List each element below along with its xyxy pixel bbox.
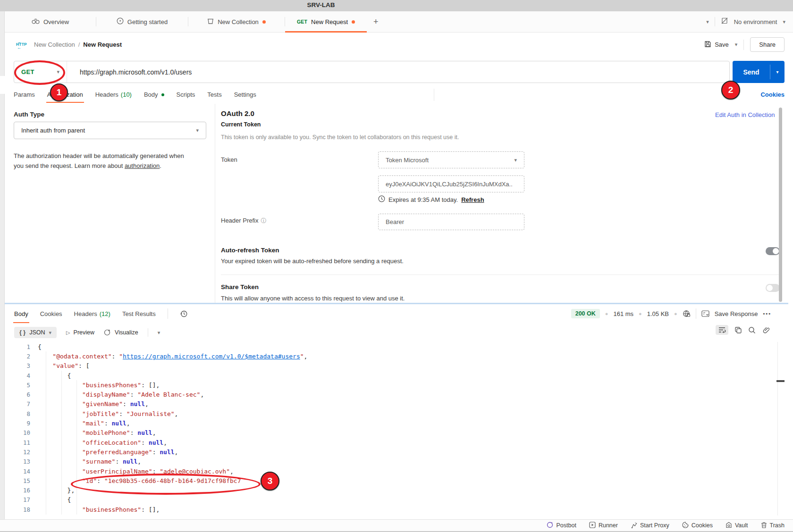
line-number: 18 xyxy=(5,506,38,513)
divider xyxy=(221,274,782,275)
tab-scripts[interactable]: Scripts xyxy=(177,85,195,104)
headers-count: (12) xyxy=(100,310,110,317)
token-expiry-row: Expires at 9:35 AM today. Refresh xyxy=(378,195,484,204)
format-selector[interactable]: { } JSON ▾ xyxy=(14,327,57,338)
tab-response-body[interactable]: Body xyxy=(14,304,28,323)
search-icon[interactable] xyxy=(748,326,756,334)
code-line: 18 "businessPhones": [], xyxy=(5,505,788,514)
code-scroll-marker[interactable] xyxy=(776,380,785,382)
network-info-icon[interactable] xyxy=(683,310,691,318)
code-line: 9 "mail": null, xyxy=(5,418,788,428)
share-button[interactable]: Share xyxy=(750,37,785,52)
copy-icon[interactable] xyxy=(734,326,742,334)
auth-type-select[interactable]: Inherit auth from parent ▾ xyxy=(14,122,206,139)
tab-headers[interactable]: Headers(10) xyxy=(95,85,132,104)
code-text: { xyxy=(38,372,71,379)
cookies-button[interactable]: Cookies xyxy=(682,522,713,530)
sidebar-notch xyxy=(0,76,5,94)
wrap-text-icon[interactable] xyxy=(716,325,728,335)
scrollbar[interactable] xyxy=(779,108,782,302)
cookies-link[interactable]: Cookies xyxy=(760,91,785,98)
tab-getting-started[interactable]: Getting started xyxy=(96,11,188,32)
footer-statusbar: Postbot Runner Start Proxy Cookies Vault… xyxy=(0,519,793,531)
new-tab-button[interactable]: + xyxy=(367,11,385,32)
response-time[interactable]: 161 ms xyxy=(613,310,633,317)
save-dropdown-chevron-icon[interactable]: ▾ xyxy=(735,42,738,48)
tab-response-cookies[interactable]: Cookies xyxy=(40,304,62,323)
visualize-icon xyxy=(104,328,111,337)
request-tabs: Params Authorization Headers(10) Body Sc… xyxy=(14,85,785,104)
code-text: "mail": null, xyxy=(38,420,130,427)
tab-new-request[interactable]: GET New Request xyxy=(285,11,367,32)
auto-refresh-title: Auto-refresh Token xyxy=(221,247,279,254)
start-proxy-button[interactable]: Start Proxy xyxy=(631,522,669,530)
tab-label: Headers xyxy=(74,310,97,317)
panel-divider xyxy=(215,104,215,303)
tab-new-collection[interactable]: New Collection xyxy=(188,11,285,32)
runner-button[interactable]: Runner xyxy=(589,522,618,530)
tab-response-headers[interactable]: Headers(12) xyxy=(74,304,110,323)
tab-test-results[interactable]: Test Results xyxy=(122,304,156,323)
tab-body[interactable]: Body xyxy=(144,85,164,104)
unsaved-dot xyxy=(262,20,266,24)
tab-overview[interactable]: Overview xyxy=(5,11,96,32)
share-token-toggle[interactable] xyxy=(766,284,780,292)
preview-button[interactable]: ▷ Preview xyxy=(66,329,94,336)
send-button[interactable]: Send ▾ xyxy=(733,61,785,83)
response-history-icon[interactable] xyxy=(180,310,188,318)
info-icon[interactable]: ⓘ xyxy=(261,217,266,224)
tab-tests[interactable]: Tests xyxy=(207,85,221,104)
line-number: 8 xyxy=(5,410,38,417)
json-url-link[interactable]: https://graph.microsoft.com/v1.0/$metada… xyxy=(123,353,300,360)
send-options-chevron-icon[interactable]: ▾ xyxy=(770,61,785,83)
code-scroll-track[interactable] xyxy=(777,342,778,515)
breadcrumb-parent[interactable]: New Collection xyxy=(34,41,75,48)
tab-settings[interactable]: Settings xyxy=(234,85,256,104)
tab-label: Body xyxy=(144,91,158,98)
token-label: Token xyxy=(221,156,237,163)
unsaved-dot xyxy=(352,20,355,24)
auto-refresh-toggle[interactable] xyxy=(766,247,780,255)
code-text: "businessPhones": [], xyxy=(38,506,160,513)
token-select-chevron-icon: ▾ xyxy=(514,157,517,163)
visualize-button[interactable]: Visualize xyxy=(104,328,138,337)
statusbar-label: Postbot xyxy=(557,522,576,529)
statusbar-label: Vault xyxy=(735,522,748,529)
refresh-token-link[interactable]: Refresh xyxy=(461,196,484,203)
rocket-icon xyxy=(117,17,124,26)
toolbar-chevron-icon[interactable]: ▾ xyxy=(158,330,160,336)
token-select[interactable]: Token Microsoft ▾ xyxy=(378,151,524,168)
code-line: 12 "preferredLanguage": null, xyxy=(5,447,788,457)
tab-label: Body xyxy=(14,310,28,317)
link-icon[interactable] xyxy=(762,326,769,334)
line-number: 15 xyxy=(5,477,38,484)
url-input[interactable]: https://graph.microsoft.com/v1.0/users xyxy=(67,61,729,83)
environment-chevron-icon[interactable]: ▾ xyxy=(783,19,785,25)
postbot-button[interactable]: Postbot xyxy=(547,521,576,530)
save-response-button[interactable]: Save Response xyxy=(715,310,758,317)
auth-type-chevron-icon: ▾ xyxy=(196,127,199,133)
annotation-badge-2: 2 xyxy=(721,81,740,100)
line-number: 10 xyxy=(5,429,38,436)
status-badge[interactable]: 200 OK xyxy=(571,309,600,318)
breadcrumb-current[interactable]: New Request xyxy=(83,41,122,48)
token-value-field[interactable]: eyJ0eXAiOiJKV1QiLCJub25jZSI6InJuMXdXa... xyxy=(378,175,524,192)
more-options-icon[interactable]: ••• xyxy=(763,311,771,316)
trash-button[interactable]: Trash xyxy=(761,522,785,530)
response-size[interactable]: 1.05 KB xyxy=(647,310,669,317)
header-prefix-field[interactable]: Bearer xyxy=(378,214,524,230)
vault-button[interactable]: Vault xyxy=(726,522,748,530)
edit-auth-link[interactable]: Edit Auth in Collection xyxy=(715,111,775,118)
tab-params[interactable]: Params xyxy=(14,85,35,104)
save-button[interactable]: Save xyxy=(704,41,729,49)
window-title: SRV-LAB xyxy=(264,1,378,8)
authorization-link[interactable]: authorization xyxy=(125,162,160,169)
environment-selector[interactable]: No environment xyxy=(734,18,777,25)
tab-label: Getting started xyxy=(127,18,168,25)
header-prefix-text: Header Prefix xyxy=(221,217,258,224)
code-text: { xyxy=(38,496,71,503)
cookie-icon xyxy=(682,522,689,530)
share-token-desc: This will allow anyone with access to th… xyxy=(221,295,405,302)
code-text: "mobilePhone": null, xyxy=(38,429,156,436)
tab-list-chevron-icon[interactable]: ▾ xyxy=(706,19,709,25)
